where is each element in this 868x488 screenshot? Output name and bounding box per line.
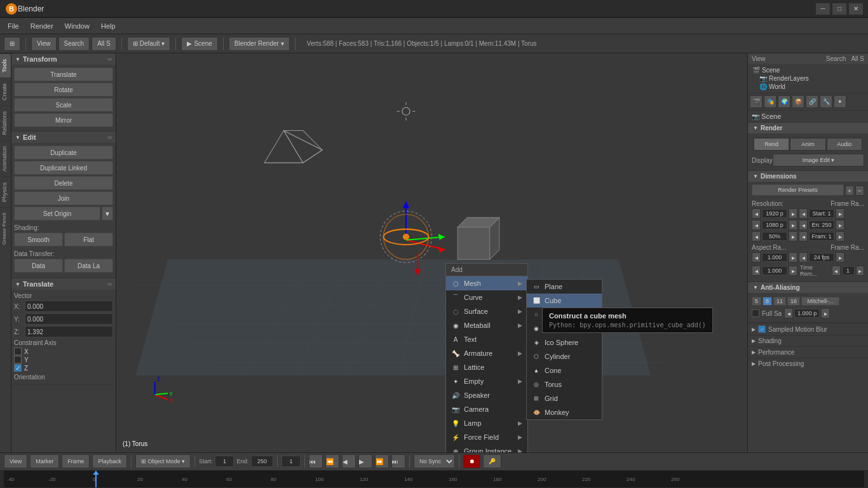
ay-dec[interactable]: ◂ — [752, 266, 761, 276]
aa-header[interactable]: ▼ Anti-Aliasing — [748, 282, 868, 293]
fps-inc[interactable]: ▸ — [836, 252, 844, 262]
start-dec[interactable]: ◂ — [799, 208, 808, 219]
sm-cone[interactable]: ▲ Cone — [527, 363, 602, 377]
tab-relations[interactable]: Relations — [0, 105, 11, 140]
edit-header[interactable]: ▼ Edit ═ — [11, 132, 116, 143]
end-inc[interactable]: ▸ — [836, 220, 844, 230]
object-mode-button[interactable]: ⊞ Object Mode ▾ — [135, 454, 191, 468]
aa-5[interactable]: 5 — [752, 297, 761, 306]
frame-dec[interactable]: ◂ — [799, 231, 808, 241]
play-button[interactable]: ▶ — [358, 454, 372, 468]
view-timeline-button[interactable]: View — [4, 454, 27, 468]
search-button[interactable]: Search — [58, 37, 90, 51]
full-sa-inc[interactable]: ▸ — [821, 308, 830, 318]
sm-cylinder[interactable]: ⬡ Cylinder — [527, 349, 602, 363]
ay-inc[interactable]: ▸ — [789, 266, 797, 276]
res-y-dec[interactable]: ◂ — [752, 220, 761, 230]
obj-props-button[interactable]: 📦 — [792, 95, 804, 108]
sm-grid[interactable]: ⊞ Grid — [527, 391, 602, 405]
menu-file[interactable]: File — [3, 21, 24, 31]
sm-torus[interactable]: ◎ Torus — [527, 377, 602, 391]
play-rev-button[interactable]: ◀ — [342, 454, 356, 468]
frame-timeline-button[interactable]: Frame — [62, 454, 90, 468]
tab-create[interactable]: Create — [0, 78, 11, 105]
menu-render[interactable]: Render — [25, 21, 58, 31]
sampled-motion-row[interactable]: ▶ ✓ Sampled Motion Blur — [748, 323, 868, 335]
tab-physics[interactable]: Physics — [0, 177, 11, 207]
particle-props-button[interactable]: ✦ — [834, 95, 846, 108]
data-button[interactable]: Data — [14, 259, 63, 273]
current-frame-input[interactable] — [281, 456, 301, 467]
sm-cube[interactable]: ⬜ Cube — [527, 294, 602, 308]
scene-props-button[interactable]: 🎭 — [764, 95, 776, 108]
next-frame-button[interactable]: ⏩ — [375, 454, 389, 468]
time-dec[interactable]: ◂ — [832, 266, 840, 276]
ax-inc[interactable]: ▸ — [789, 252, 797, 262]
skip-start-button[interactable]: ⏮ — [309, 454, 323, 468]
aa-16[interactable]: 16 — [787, 297, 800, 306]
keyframe-button[interactable]: 🔑 — [483, 454, 501, 468]
sm-icosphere[interactable]: ◈ Ico Sphere — [527, 336, 602, 349]
post-processing-row[interactable]: ▶ Post Processing — [748, 358, 868, 369]
close-button[interactable]: ✕ — [849, 3, 863, 15]
st-world[interactable]: 🌐 World — [750, 83, 865, 91]
rotate-button[interactable]: Rotate — [14, 83, 113, 97]
menu-item-armature[interactable]: 🦴 Armature ▶ — [446, 346, 527, 360]
translate-header[interactable]: ▼ Translate ═ — [11, 278, 116, 290]
tab-grease-pencil[interactable]: Grease Pencil — [0, 207, 11, 250]
render-presets-remove[interactable]: − — [855, 186, 864, 196]
menu-item-lamp[interactable]: 💡 Lamp ▶ — [446, 416, 527, 430]
start-frame-input[interactable] — [215, 456, 234, 467]
menu-item-mesh[interactable]: ⬡ Mesh ▶ — [446, 276, 527, 290]
end-dec[interactable]: ◂ — [799, 220, 808, 230]
menu-window[interactable]: Window — [60, 21, 95, 31]
modifier-props-button[interactable]: 🔧 — [820, 95, 832, 108]
menu-item-surface[interactable]: ◌ Surface ▶ — [446, 304, 527, 318]
menu-item-metaball[interactable]: ◉ Metaball ▶ — [446, 318, 527, 332]
menu-help[interactable]: Help — [96, 21, 121, 31]
transform-header[interactable]: ▼ Transform ═ — [11, 53, 116, 65]
render-section-header[interactable]: ▼ Render — [748, 123, 868, 133]
menu-item-curve[interactable]: ⌒ Curve ▶ — [446, 290, 527, 304]
aa-mitchell[interactable]: Mitchell-... — [801, 297, 839, 306]
render-props-button[interactable]: 🎬 — [750, 95, 763, 108]
scale-button[interactable]: Scale — [14, 98, 113, 112]
performance-row[interactable]: ▶ Performance — [748, 346, 868, 358]
st-renderlayers[interactable]: 📷 RenderLayers — [750, 74, 865, 83]
view-button[interactable]: View — [31, 37, 57, 51]
join-button[interactable]: Join — [14, 191, 113, 205]
full-sa-dec[interactable]: ◂ — [784, 308, 793, 318]
x-constraint-check[interactable] — [14, 348, 22, 355]
constraint-props-button[interactable]: 🔗 — [806, 95, 818, 108]
mirror-button[interactable]: Mirror — [14, 113, 113, 127]
workspace-button[interactable]: ⊞ Default ▾ — [127, 37, 171, 51]
z-constraint-check[interactable]: ✓ — [14, 364, 22, 372]
marker-button[interactable]: Marker — [30, 454, 59, 468]
st-scene[interactable]: 🎬 Scene — [750, 66, 865, 74]
data-la-button[interactable]: Data La — [64, 259, 113, 273]
tab-animation[interactable]: Animation — [0, 140, 11, 177]
menu-item-empty[interactable]: ✦ Empty ▶ — [446, 374, 527, 388]
frame-inc[interactable]: ▸ — [836, 231, 844, 241]
skip-end-button[interactable]: ⏭ — [391, 454, 405, 468]
render-presets-button[interactable]: Render Presets — [752, 184, 844, 196]
world-props-button[interactable]: 🌍 — [778, 95, 790, 108]
aa-8[interactable]: 8 — [763, 297, 772, 306]
fps-dec[interactable]: ◂ — [799, 252, 808, 262]
audio-tab[interactable]: Audio — [827, 138, 862, 151]
minimize-button[interactable]: ─ — [816, 3, 830, 15]
res-x-inc[interactable]: ▸ — [789, 208, 797, 219]
res-y-inc[interactable]: ▸ — [789, 220, 797, 230]
y-input[interactable] — [25, 313, 113, 325]
start-inc[interactable]: ▸ — [836, 208, 844, 219]
flat-button[interactable]: Flat — [64, 233, 113, 247]
duplicate-linked-button[interactable]: Duplicate Linked — [14, 161, 113, 175]
delete-button[interactable]: Delete — [14, 176, 113, 190]
menu-item-text[interactable]: A Text — [446, 332, 527, 346]
menu-item-group-instance[interactable]: ⊕ Group Instance ▶ — [446, 444, 527, 452]
z-input[interactable] — [25, 326, 113, 337]
render-engine-button[interactable]: Blender Render ▾ — [229, 37, 290, 51]
menu-item-lattice[interactable]: ⊞ Lattice — [446, 360, 527, 374]
time-inc[interactable]: ▸ — [856, 266, 864, 276]
res-x-dec[interactable]: ◂ — [752, 208, 761, 219]
